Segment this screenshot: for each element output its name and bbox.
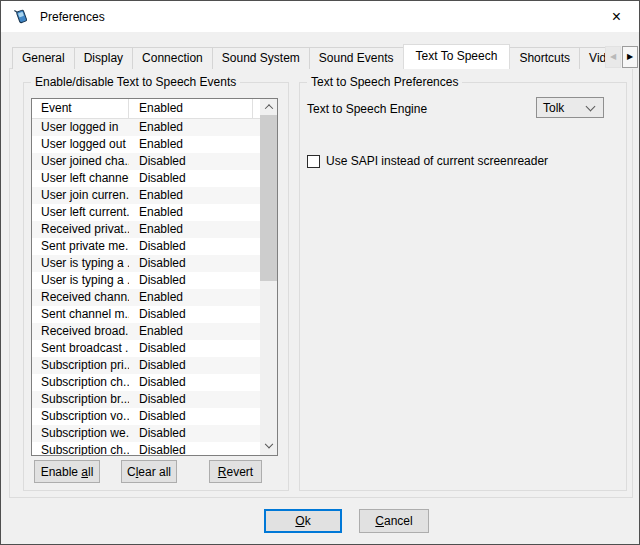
scroll-up-button[interactable] bbox=[260, 99, 277, 115]
event-cell: Received chann... bbox=[32, 289, 129, 306]
ok-button[interactable]: Ok bbox=[264, 509, 342, 533]
table-row[interactable]: User is typing a ... Disabled bbox=[32, 272, 260, 289]
tab-label: Connection bbox=[142, 51, 203, 65]
column-header-enabled[interactable]: Enabled bbox=[129, 99, 253, 118]
button-label: ll bbox=[88, 465, 93, 479]
chevron-up-icon bbox=[264, 104, 272, 112]
status-cell: Disabled bbox=[129, 357, 253, 374]
button-label: evert bbox=[226, 465, 253, 479]
tab[interactable]: General bbox=[12, 47, 75, 69]
tts-engine-value: Tolk bbox=[537, 101, 587, 115]
table-row[interactable]: User join curren... Enabled bbox=[32, 187, 260, 204]
table-row[interactable]: User logged in Enabled bbox=[32, 119, 260, 136]
tab[interactable]: Connection bbox=[132, 47, 213, 69]
table-row[interactable]: Received privat... Enabled bbox=[32, 221, 260, 238]
event-cell: User logged in bbox=[32, 119, 129, 136]
tab-scroll-buttons: ◀ ▶ bbox=[605, 44, 640, 69]
tab[interactable]: Sound System bbox=[212, 47, 310, 69]
table-row[interactable]: Subscription ch... Disabled bbox=[32, 374, 260, 391]
status-cell: Enabled bbox=[129, 136, 253, 153]
button-label: C bbox=[127, 465, 136, 479]
table-row[interactable]: Sent channel m... Disabled bbox=[32, 306, 260, 323]
tab-label: Sound System bbox=[222, 51, 300, 65]
status-cell: Disabled bbox=[129, 340, 253, 357]
status-cell: Enabled bbox=[129, 204, 253, 221]
close-icon: × bbox=[612, 8, 621, 26]
tab-bar: General Display Connection Sound System … bbox=[12, 44, 629, 69]
table-row[interactable]: User joined cha... Disabled bbox=[32, 153, 260, 170]
event-cell: User logged out bbox=[32, 136, 129, 153]
event-cell: User is typing a ... bbox=[32, 255, 129, 272]
cancel-button[interactable]: Cancel bbox=[359, 509, 429, 533]
table-row[interactable]: User is typing a ... Disabled bbox=[32, 255, 260, 272]
scroll-down-button[interactable] bbox=[260, 439, 277, 455]
table-row[interactable]: Subscription vo... Disabled bbox=[32, 408, 260, 425]
tab[interactable]: Display bbox=[74, 47, 133, 69]
table-row[interactable]: Received chann... Enabled bbox=[32, 289, 260, 306]
tab[interactable]: Shortcuts bbox=[509, 47, 580, 69]
sapi-checkbox[interactable] bbox=[307, 155, 320, 168]
window-title: Preferences bbox=[40, 10, 105, 24]
table-row[interactable]: Subscription pri... Disabled bbox=[32, 357, 260, 374]
enable-all-button[interactable]: Enable all bbox=[34, 460, 100, 483]
scrollbar-thumb[interactable] bbox=[260, 115, 277, 281]
events-list-body: Event Enabled User logged in Enabled Use… bbox=[32, 99, 260, 455]
engine-label: Text to Speech Engine bbox=[307, 102, 427, 116]
event-cell: User join curren... bbox=[32, 187, 129, 204]
tab[interactable]: Text To Speech bbox=[403, 44, 511, 69]
button-mnemonic: a bbox=[81, 465, 88, 479]
table-row[interactable]: Subscription we... Disabled bbox=[32, 425, 260, 442]
tab-scroll-left-button[interactable]: ◀ bbox=[605, 46, 621, 68]
tab-label: General bbox=[22, 51, 65, 65]
tab-scroll-right-button[interactable]: ▶ bbox=[622, 46, 638, 68]
status-cell: Disabled bbox=[129, 272, 253, 289]
button-label: k bbox=[305, 514, 311, 528]
status-cell: Enabled bbox=[129, 119, 253, 136]
table-row[interactable]: User left current... Enabled bbox=[32, 204, 260, 221]
event-cell: User is typing a ... bbox=[32, 272, 129, 289]
sapi-checkbox-label: Use SAPI instead of current screenreader bbox=[326, 154, 548, 168]
event-cell: Subscription ch... bbox=[32, 374, 129, 391]
titlebar: Preferences × bbox=[1, 1, 639, 32]
tts-groupbox-title: Text to Speech Preferences bbox=[307, 75, 462, 89]
table-row[interactable]: Sent broadcast ... Disabled bbox=[32, 340, 260, 357]
table-row[interactable]: User logged out Enabled bbox=[32, 136, 260, 153]
arrow-right-icon: ▶ bbox=[627, 52, 633, 61]
button-label: Enable bbox=[41, 465, 82, 479]
status-cell: Enabled bbox=[129, 187, 253, 204]
revert-button[interactable]: Revert bbox=[209, 460, 262, 483]
column-header-event[interactable]: Event bbox=[32, 99, 129, 118]
tab-label: Shortcuts bbox=[519, 51, 570, 65]
event-cell: User left current... bbox=[32, 204, 129, 221]
table-row[interactable]: Subscription br... Disabled bbox=[32, 391, 260, 408]
status-cell: Disabled bbox=[129, 374, 253, 391]
status-cell: Disabled bbox=[129, 170, 253, 187]
table-row[interactable]: Subscription ch... Disabled bbox=[32, 442, 260, 455]
event-cell: Subscription br... bbox=[32, 391, 129, 408]
event-cell: Subscription vo... bbox=[32, 408, 129, 425]
status-cell: Disabled bbox=[129, 255, 253, 272]
status-cell: Disabled bbox=[129, 238, 253, 255]
arrow-left-icon: ◀ bbox=[610, 52, 616, 61]
tab[interactable]: Sound Events bbox=[309, 47, 404, 69]
chevron-down-icon bbox=[586, 101, 596, 111]
app-icon bbox=[13, 8, 30, 25]
table-row[interactable]: Received broad... Enabled bbox=[32, 323, 260, 340]
tab-label: Display bbox=[84, 51, 123, 65]
status-cell: Disabled bbox=[129, 442, 253, 455]
status-cell: Enabled bbox=[129, 289, 253, 306]
sapi-checkbox-row: Use SAPI instead of current screenreader bbox=[307, 154, 548, 168]
table-row[interactable]: User left channel Disabled bbox=[32, 170, 260, 187]
event-cell: Sent broadcast ... bbox=[32, 340, 129, 357]
clear-all-button[interactable]: Clear all bbox=[121, 460, 177, 483]
event-cell: Received broad... bbox=[32, 323, 129, 340]
event-cell: Subscription we... bbox=[32, 425, 129, 442]
close-button[interactable]: × bbox=[594, 1, 639, 32]
event-cell: User left channel bbox=[32, 170, 129, 187]
event-cell: Received privat... bbox=[32, 221, 129, 238]
button-mnemonic: O bbox=[295, 514, 304, 528]
table-row[interactable]: Sent private me... Disabled bbox=[32, 238, 260, 255]
vertical-scrollbar[interactable] bbox=[260, 99, 277, 455]
tts-engine-select[interactable]: Tolk bbox=[536, 97, 604, 118]
button-mnemonic: C bbox=[375, 514, 384, 528]
